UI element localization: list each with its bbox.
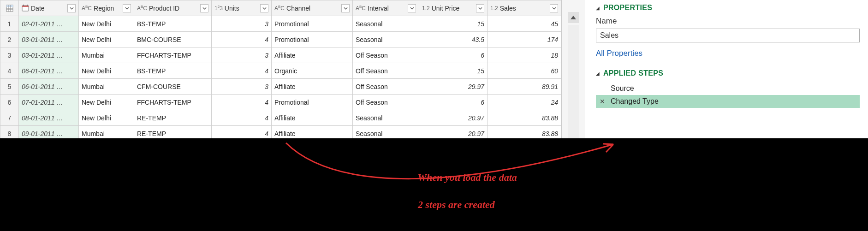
cell-units[interactable]: 4 — [212, 32, 272, 47]
cell-product[interactable]: CFM-COURSE — [134, 79, 212, 95]
cell-units[interactable]: 4 — [212, 95, 272, 110]
vertical-scrollbar[interactable] — [562, 0, 585, 231]
cell-interval[interactable]: Off Season — [353, 95, 419, 110]
table-row[interactable]: 607-01-2011 …New DelhiFFCHARTS-TEMP4Prom… — [0, 95, 561, 110]
row-number[interactable]: 6 — [0, 95, 19, 110]
column-header-units[interactable]: 123Units — [212, 0, 272, 16]
cell-date[interactable]: 08-01-2011 … — [19, 110, 79, 126]
cell-units[interactable]: 3 — [212, 16, 272, 32]
row-number[interactable]: 3 — [0, 47, 19, 63]
cell-channel[interactable]: Affiliate — [272, 79, 353, 95]
cell-units[interactable]: 4 — [212, 63, 272, 79]
properties-section-header[interactable]: ◢ PROPERTIES — [596, 4, 860, 12]
cell-sales[interactable]: 174 — [488, 32, 561, 47]
cell-units[interactable]: 3 — [212, 47, 272, 63]
all-properties-link[interactable]: All Properties — [596, 49, 860, 58]
cell-product[interactable]: FFCHARTS-TEMP — [134, 47, 212, 63]
cell-product[interactable]: BMC-COURSE — [134, 32, 212, 47]
cell-product[interactable]: FFCHARTS-TEMP — [134, 95, 212, 110]
cell-product[interactable]: RE-TEMP — [134, 110, 212, 126]
row-number[interactable]: 5 — [0, 79, 19, 95]
applied-steps-section-header[interactable]: ◢ APPLIED STEPS — [596, 69, 860, 77]
cell-price[interactable]: 29.97 — [419, 79, 488, 95]
cell-interval[interactable]: Off Season — [353, 63, 419, 79]
row-number[interactable]: 7 — [0, 110, 19, 126]
table-row[interactable]: 303-01-2011 …MumbaiFFCHARTS-TEMP3Affilia… — [0, 47, 561, 63]
cell-units[interactable]: 4 — [212, 110, 272, 126]
table-row[interactable]: 203-01-2011 …New DelhiBMC-COURSE4Promoti… — [0, 32, 561, 47]
cell-channel[interactable]: Affiliate — [272, 47, 353, 63]
cell-interval[interactable]: Off Season — [353, 79, 419, 95]
cell-units[interactable]: 4 — [212, 126, 272, 142]
cell-sales[interactable]: 89.91 — [488, 79, 561, 95]
cell-region[interactable]: New Delhi — [79, 110, 134, 126]
table-corner[interactable] — [0, 0, 19, 16]
cell-region[interactable]: Mumbai — [79, 126, 134, 142]
cell-region[interactable]: Mumbai — [79, 79, 134, 95]
cell-interval[interactable]: Off Season — [353, 47, 419, 63]
filter-dropdown-button[interactable] — [341, 4, 350, 12]
filter-dropdown-button[interactable] — [550, 4, 558, 12]
cell-date[interactable]: 06-01-2011 … — [19, 63, 79, 79]
cell-sales[interactable]: 83.88 — [488, 110, 561, 126]
cell-units[interactable]: 3 — [212, 79, 272, 95]
table-row[interactable]: 506-01-2011 …MumbaiCFM-COURSE3AffiliateO… — [0, 79, 561, 95]
table-row[interactable]: 809-01-2011 …MumbaiRE-TEMP4AffiliateSeas… — [0, 126, 561, 142]
cell-interval[interactable]: Seasonal — [353, 16, 419, 32]
cell-channel[interactable]: Affiliate — [272, 126, 353, 142]
row-number[interactable]: 2 — [0, 32, 19, 47]
cell-sales[interactable]: 24 — [488, 95, 561, 110]
cell-interval[interactable]: Seasonal — [353, 126, 419, 142]
cell-channel[interactable]: Affiliate — [272, 110, 353, 126]
filter-dropdown-button[interactable] — [200, 4, 208, 12]
row-number[interactable]: 4 — [0, 63, 19, 79]
cell-date[interactable]: 03-01-2011 … — [19, 47, 79, 63]
table-row[interactable]: 406-01-2011 …New DelhiBS-TEMP4OrganicOff… — [0, 63, 561, 79]
scroll-track[interactable] — [568, 25, 579, 226]
cell-price[interactable]: 15 — [419, 16, 488, 32]
cell-date[interactable]: 06-01-2011 … — [19, 79, 79, 95]
cell-channel[interactable]: Promotional — [272, 95, 353, 110]
cell-product[interactable]: RE-TEMP — [134, 126, 212, 142]
cell-date[interactable]: 02-01-2011 … — [19, 16, 79, 32]
filter-dropdown-button[interactable] — [408, 4, 416, 12]
cell-channel[interactable]: Promotional — [272, 16, 353, 32]
cell-sales[interactable]: 83.88 — [488, 126, 561, 142]
table-row[interactable]: 708-01-2011 …New DelhiRE-TEMP4AffiliateS… — [0, 110, 561, 126]
cell-product[interactable]: BS-TEMP — [134, 63, 212, 79]
cell-region[interactable]: New Delhi — [79, 16, 134, 32]
cell-date[interactable]: 07-01-2011 … — [19, 95, 79, 110]
column-header-channel[interactable]: ABCChannel — [272, 0, 353, 16]
cell-region[interactable]: New Delhi — [79, 63, 134, 79]
cell-channel[interactable]: Promotional — [272, 32, 353, 47]
table-row[interactable]: 102-01-2011 …New DelhiBS-TEMP3Promotiona… — [0, 16, 561, 32]
column-header-sales[interactable]: 1.2Sales — [488, 0, 561, 16]
row-number[interactable]: 1 — [0, 16, 19, 32]
filter-dropdown-button[interactable] — [476, 4, 484, 12]
column-header-product[interactable]: ABCProduct ID — [134, 0, 212, 16]
delete-step-icon[interactable]: ✕ — [600, 98, 605, 105]
cell-price[interactable]: 6 — [419, 95, 488, 110]
cell-interval[interactable]: Seasonal — [353, 110, 419, 126]
cell-price[interactable]: 20.97 — [419, 126, 488, 142]
cell-region[interactable]: Mumbai — [79, 47, 134, 63]
cell-interval[interactable]: Seasonal — [353, 32, 419, 47]
cell-price[interactable]: 20.97 — [419, 110, 488, 126]
cell-channel[interactable]: Organic — [272, 63, 353, 79]
cell-sales[interactable]: 45 — [488, 16, 561, 32]
filter-dropdown-button[interactable] — [67, 4, 76, 12]
cell-price[interactable]: 43.5 — [419, 32, 488, 47]
cell-region[interactable]: New Delhi — [79, 95, 134, 110]
column-header-region[interactable]: ABCRegion — [79, 0, 134, 16]
column-header-date[interactable]: Date — [19, 0, 79, 16]
row-number[interactable]: 8 — [0, 126, 19, 142]
filter-dropdown-button[interactable] — [260, 4, 268, 12]
cell-region[interactable]: New Delhi — [79, 32, 134, 47]
scroll-up-button[interactable] — [568, 12, 579, 23]
cell-price[interactable]: 6 — [419, 47, 488, 63]
cell-product[interactable]: BS-TEMP — [134, 16, 212, 32]
applied-step[interactable]: Source — [596, 82, 860, 95]
column-header-interval[interactable]: ABCInterval — [353, 0, 419, 16]
cell-price[interactable]: 15 — [419, 63, 488, 79]
cell-date[interactable]: 09-01-2011 … — [19, 126, 79, 142]
